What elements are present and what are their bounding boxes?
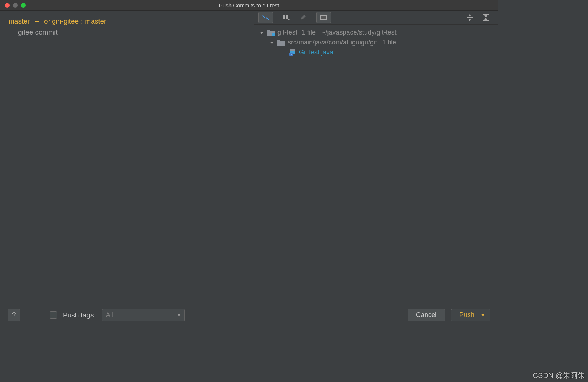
svg-rect-5	[321, 16, 326, 19]
push-commits-dialog: Push Commits to git-test master → origin…	[0, 0, 498, 327]
collapse-all-icon[interactable]	[478, 12, 493, 23]
files-pane: git-test 1 file ~/javaspace/study/git-te…	[254, 11, 498, 303]
dialog-footer: ? Push tags: All Cancel Push	[0, 303, 498, 327]
push-tags-label: Push tags:	[63, 311, 96, 319]
files-toolbar	[254, 11, 498, 25]
push-button-label: Push	[459, 311, 474, 319]
arrow-right-icon: →	[33, 17, 40, 25]
group-by-icon[interactable]	[279, 12, 294, 23]
svg-rect-11	[290, 49, 295, 51]
cancel-button-label: Cancel	[416, 311, 437, 319]
tree-dir-name: src/main/java/com/atuguigu/git	[288, 39, 377, 46]
edit-icon[interactable]	[295, 12, 310, 23]
tree-root-row[interactable]: git-test 1 file ~/javaspace/study/git-te…	[256, 28, 495, 37]
tree-dir-count: 1 file	[382, 39, 396, 46]
dialog-content: master → origin-gitee : master gitee com…	[0, 11, 498, 303]
svg-rect-2	[283, 17, 285, 19]
watermark-text: CSDN @朱阿朱	[533, 371, 585, 381]
toolbar-separator	[276, 14, 276, 22]
svg-rect-1	[286, 15, 288, 17]
local-branch-label: master	[8, 17, 30, 25]
java-file-icon: J	[289, 49, 296, 56]
push-tags-select[interactable]: All	[102, 309, 185, 321]
toolbar-separator	[313, 14, 313, 22]
push-tags-checkbox[interactable]	[50, 311, 57, 319]
tree-file-row[interactable]: J GitTest.java	[256, 47, 495, 57]
push-tags-select-value: All	[106, 311, 113, 319]
help-button[interactable]: ?	[8, 309, 20, 321]
push-button[interactable]: Push	[451, 309, 490, 321]
preview-diff-icon[interactable]	[316, 12, 331, 23]
expand-all-icon[interactable]	[462, 12, 477, 23]
folder-icon	[277, 40, 285, 46]
close-window-icon[interactable]	[5, 3, 10, 8]
commit-list-item[interactable]: gitee commit	[0, 27, 254, 38]
svg-rect-8	[483, 20, 489, 21]
svg-rect-7	[483, 14, 489, 15]
tree-file-name: GitTest.java	[299, 48, 333, 56]
svg-rect-9	[272, 33, 275, 36]
branch-mapping: master → origin-gitee : master	[0, 15, 254, 27]
svg-rect-6	[467, 17, 473, 18]
collapse-arrows-icon[interactable]	[258, 12, 273, 23]
cancel-button[interactable]: Cancel	[408, 309, 445, 321]
tree-root-name: git-test	[277, 29, 297, 36]
help-icon: ?	[12, 311, 16, 319]
zoom-window-icon[interactable]	[21, 3, 26, 8]
svg-rect-0	[283, 15, 285, 17]
minimize-window-icon	[13, 3, 18, 8]
colon-separator: :	[81, 17, 83, 25]
chevron-down-icon[interactable]	[259, 30, 264, 35]
tree-root-path: ~/javaspace/study/git-test	[322, 29, 397, 36]
commits-pane: master → origin-gitee : master gitee com…	[0, 11, 254, 303]
chevron-down-icon	[481, 314, 485, 317]
svg-rect-3	[286, 17, 288, 19]
tree-root-count: 1 file	[302, 29, 316, 36]
remote-branch-link[interactable]: master	[85, 17, 106, 25]
window-controls	[0, 3, 26, 8]
remote-name-link[interactable]: origin-gitee	[44, 17, 79, 25]
changed-files-tree: git-test 1 file ~/javaspace/study/git-te…	[254, 25, 498, 60]
svg-text:J: J	[290, 53, 292, 56]
folder-icon	[267, 30, 275, 36]
chevron-down-icon	[177, 314, 181, 317]
titlebar: Push Commits to git-test	[0, 0, 498, 11]
chevron-down-icon[interactable]	[269, 40, 275, 45]
window-title: Push Commits to git-test	[0, 2, 498, 8]
tree-dir-row[interactable]: src/main/java/com/atuguigu/git 1 file	[256, 37, 495, 47]
